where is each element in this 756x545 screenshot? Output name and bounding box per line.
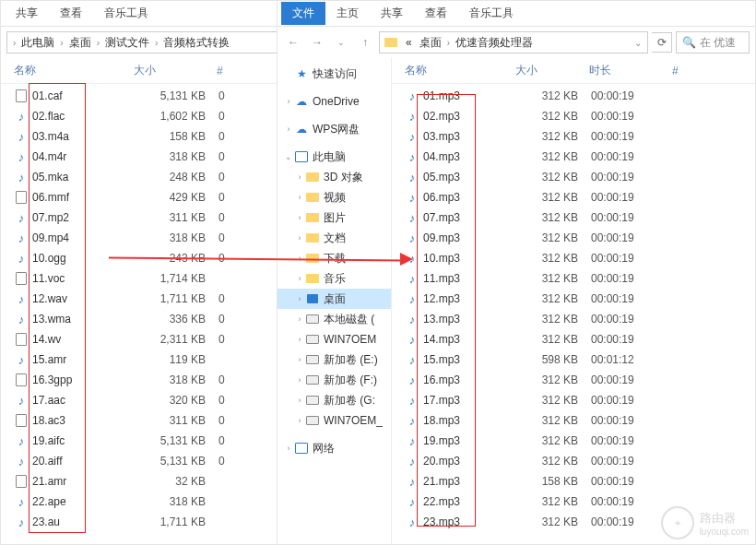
file-row[interactable]: ♪09.mp3312 KB00:00:19: [392, 228, 755, 248]
column-header-duration[interactable]: 时长: [589, 63, 672, 78]
breadcrumb[interactable]: 优速音频处理器: [452, 35, 537, 51]
sidebar-item[interactable]: ›☁OneDrive: [278, 91, 391, 112]
file-row[interactable]: 14.wv2,311 KB0: [1, 329, 285, 350]
address-box[interactable]: « 桌面 › 优速音频处理器 ⌄: [379, 31, 648, 53]
breadcrumb[interactable]: 此电脑: [18, 35, 58, 51]
file-row[interactable]: ♪07.mp2311 KB0: [1, 207, 285, 228]
expand-icon[interactable]: ›: [294, 274, 305, 283]
breadcrumb[interactable]: 音频格式转换: [159, 35, 233, 51]
column-header-hash[interactable]: #: [217, 65, 254, 77]
file-row[interactable]: ♪10.mp3312 KB00:00:19: [392, 248, 755, 268]
file-row[interactable]: ♪05.mka248 KB0: [1, 167, 285, 187]
file-row[interactable]: 16.3gpp318 KB0: [1, 370, 285, 390]
file-row[interactable]: ♪02.mp3312 KB00:00:19: [392, 106, 755, 126]
file-row[interactable]: ♪05.mp3312 KB00:00:19: [392, 167, 755, 187]
column-header-name[interactable]: 名称: [405, 63, 515, 78]
file-row[interactable]: ♪16.mp3312 KB00:00:19: [392, 370, 755, 390]
sidebar-item[interactable]: ›☁WPS网盘: [278, 119, 391, 139]
ribbon-tab[interactable]: 音乐工具: [458, 2, 525, 25]
nav-forward-icon[interactable]: →: [307, 32, 327, 53]
breadcrumb[interactable]: 测试文件: [101, 35, 153, 51]
nav-dropdown-icon[interactable]: ⌄: [331, 32, 351, 53]
address-box[interactable]: › 此电脑 › 桌面 › 测试文件 › 音频格式转换: [6, 31, 279, 53]
file-row[interactable]: ♪12.wav1,711 KB0: [1, 289, 285, 309]
sidebar-item[interactable]: ›本地磁盘 (: [278, 309, 391, 329]
ribbon-tab-file[interactable]: 文件: [281, 2, 325, 25]
refresh-icon[interactable]: ⟳: [652, 32, 672, 53]
file-row[interactable]: ♪18.mp3312 KB00:00:19: [392, 410, 755, 431]
file-row[interactable]: ♪12.mp3312 KB00:00:19: [392, 289, 755, 309]
expand-icon[interactable]: ›: [294, 314, 305, 324]
expand-icon[interactable]: ›: [294, 396, 305, 405]
sidebar-item[interactable]: ›WIN7OEM_: [278, 410, 391, 431]
ribbon-tab[interactable]: 共享: [5, 2, 49, 25]
file-row[interactable]: ♪13.wma336 KB0: [1, 309, 285, 329]
expand-icon[interactable]: ›: [294, 254, 305, 263]
expand-icon[interactable]: ›: [294, 294, 305, 303]
expand-icon[interactable]: ›: [294, 193, 305, 202]
ribbon-tab[interactable]: 共享: [370, 2, 414, 25]
file-row[interactable]: ♪20.aiff5,131 KB0: [1, 451, 285, 471]
sidebar-item[interactable]: ›网络: [278, 438, 391, 458]
expand-icon[interactable]: ⌄: [283, 152, 294, 161]
file-row[interactable]: ♪15.amr119 KB: [1, 350, 285, 370]
file-row[interactable]: ♪11.mp3312 KB00:00:19: [392, 268, 755, 289]
file-row[interactable]: ♪21.mp3158 KB00:00:19: [392, 471, 755, 492]
sidebar-item[interactable]: ›视频: [278, 187, 391, 207]
file-row[interactable]: 11.voc1,714 KB: [1, 268, 285, 289]
sidebar-item[interactable]: ›新加卷 (F:): [278, 370, 391, 390]
file-row[interactable]: ♪03.mp3312 KB00:00:19: [392, 126, 755, 147]
file-row[interactable]: ♪09.mp4318 KB0: [1, 228, 285, 248]
breadcrumb[interactable]: 桌面: [416, 35, 445, 51]
nav-up-icon[interactable]: ↑: [355, 32, 375, 53]
ribbon-tab[interactable]: 音乐工具: [93, 2, 159, 25]
sidebar-item[interactable]: ›桌面: [278, 289, 391, 309]
file-row[interactable]: 06.mmf429 KB0: [1, 187, 285, 207]
file-row[interactable]: 21.amr32 KB: [1, 471, 285, 492]
expand-icon[interactable]: ›: [294, 233, 305, 243]
file-row[interactable]: ♪01.mp3312 KB00:00:19: [392, 86, 755, 106]
sidebar-item[interactable]: ›新加卷 (E:): [278, 350, 391, 370]
sidebar-item[interactable]: ›新加卷 (G:: [278, 390, 391, 410]
file-row[interactable]: ♪07.mp3312 KB00:00:19: [392, 207, 755, 228]
file-row[interactable]: 18.ac3311 KB0: [1, 410, 285, 431]
file-row[interactable]: ♪02.flac1,602 KB0: [1, 106, 285, 126]
file-row[interactable]: ♪17.mp3312 KB00:00:19: [392, 390, 755, 410]
file-row[interactable]: ♪15.mp3598 KB00:01:12: [392, 350, 755, 370]
search-input[interactable]: 🔍 在 优速: [676, 31, 750, 53]
sidebar-item[interactable]: ›音乐: [278, 268, 391, 289]
ribbon-tab[interactable]: 主页: [325, 2, 370, 25]
ribbon-tab[interactable]: 查看: [49, 2, 93, 25]
expand-icon[interactable]: ›: [294, 172, 305, 182]
file-row[interactable]: ♪22.ape318 KB: [1, 492, 285, 512]
expand-icon[interactable]: ›: [294, 416, 305, 425]
ribbon-tab[interactable]: 查看: [414, 2, 458, 25]
file-row[interactable]: 01.caf5,131 KB0: [1, 86, 285, 106]
expand-icon[interactable]: ›: [294, 335, 305, 344]
sidebar-item[interactable]: ›下载: [278, 248, 391, 268]
file-row[interactable]: ♪13.mp3312 KB00:00:19: [392, 309, 755, 329]
expand-icon[interactable]: ›: [294, 375, 305, 385]
file-row[interactable]: ♪17.aac320 KB0: [1, 390, 285, 410]
file-row[interactable]: ♪23.au1,711 KB: [1, 512, 285, 532]
sidebar-item[interactable]: ›文档: [278, 228, 391, 248]
file-row[interactable]: ♪10.ogg243 KB0: [1, 248, 285, 268]
expand-icon[interactable]: ›: [294, 213, 305, 222]
file-row[interactable]: ♪06.mp3312 KB00:00:19: [392, 187, 755, 207]
nav-back-icon[interactable]: ←: [283, 32, 303, 53]
file-row[interactable]: ♪03.m4a158 KB0: [1, 126, 285, 147]
file-row[interactable]: ♪19.aifc5,131 KB0: [1, 431, 285, 451]
sidebar-item[interactable]: ›WIN7OEM: [278, 329, 391, 350]
column-header-name[interactable]: 名称: [14, 63, 134, 78]
expand-icon[interactable]: ›: [283, 444, 294, 453]
file-row[interactable]: ♪20.mp3312 KB00:00:19: [392, 451, 755, 471]
file-row[interactable]: ♪04.mp3312 KB00:00:19: [392, 147, 755, 167]
sidebar-item[interactable]: ›图片: [278, 207, 391, 228]
column-header-size[interactable]: 大小: [515, 63, 589, 78]
column-header-size[interactable]: 大小: [134, 63, 217, 78]
sidebar-item[interactable]: ⌄此电脑: [278, 147, 391, 167]
expand-icon[interactable]: ›: [283, 97, 294, 106]
sidebar-item[interactable]: ★快速访问: [278, 64, 391, 84]
chevron-down-icon[interactable]: ⌄: [632, 38, 644, 48]
column-header-hash[interactable]: #: [672, 65, 709, 77]
